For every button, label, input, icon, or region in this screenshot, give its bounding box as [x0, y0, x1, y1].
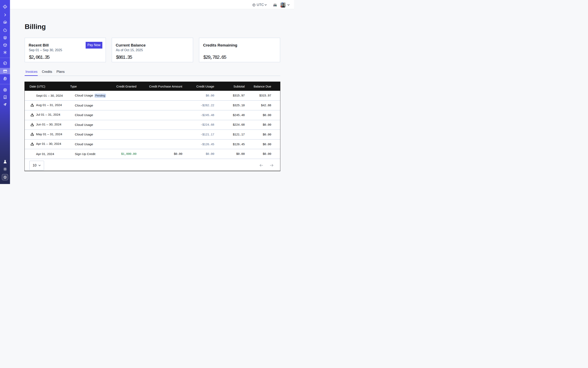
svg-text:$: $: [4, 176, 6, 178]
